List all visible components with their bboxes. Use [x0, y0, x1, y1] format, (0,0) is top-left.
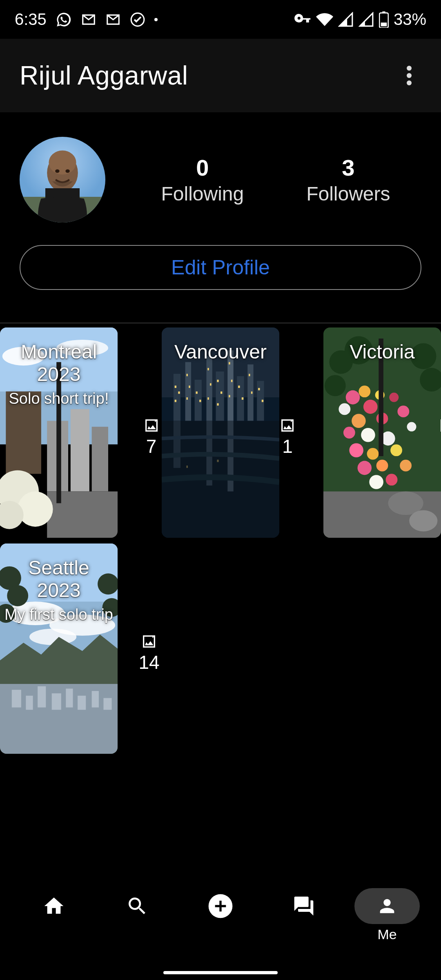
- svg-rect-110: [66, 688, 73, 707]
- photo-count: 1: [279, 435, 296, 457]
- svg-point-97: [397, 405, 409, 417]
- albums-grid: Montreal 2023 Solo short trip! 7: [0, 323, 441, 754]
- album-title: Vancouver: [166, 341, 275, 363]
- svg-point-90: [358, 461, 372, 475]
- svg-rect-57: [242, 397, 243, 400]
- signal-icon: [338, 12, 354, 27]
- avatar[interactable]: [20, 137, 105, 223]
- battery-icon: [379, 11, 389, 28]
- svg-rect-63: [174, 421, 180, 468]
- nav-add[interactable]: [188, 888, 253, 941]
- nav-messages[interactable]: [271, 888, 336, 941]
- svg-point-6: [407, 80, 412, 85]
- svg-point-80: [339, 403, 350, 415]
- svg-rect-54: [231, 380, 232, 382]
- svg-rect-44: [186, 397, 187, 400]
- svg-rect-22: [92, 427, 108, 491]
- svg-rect-106: [12, 690, 21, 707]
- checkmark-circle-icon: [130, 12, 145, 27]
- svg-rect-45: [196, 392, 198, 394]
- status-left: 6:35: [15, 10, 158, 29]
- image-icon: [141, 633, 157, 650]
- profile-section: 0 Following 3 Followers Edit Profile: [0, 112, 441, 302]
- edit-profile-button[interactable]: Edit Profile: [20, 245, 421, 290]
- album-card[interactable]: Montreal 2023 Solo short trip! 7: [0, 327, 143, 538]
- svg-point-11: [55, 169, 60, 173]
- svg-point-10: [49, 151, 76, 175]
- following-count: 0: [161, 154, 244, 181]
- gmail-icon: [105, 12, 121, 27]
- followers-count: 3: [306, 154, 390, 181]
- svg-rect-113: [103, 698, 111, 710]
- photo-count-badge: 14: [138, 633, 159, 673]
- svg-rect-49: [207, 397, 209, 400]
- status-bar: 6:35 33%: [0, 0, 441, 39]
- svg-point-85: [361, 428, 375, 442]
- app-bar: Rijul Aggarwal: [0, 39, 441, 112]
- svg-rect-55: [229, 395, 230, 397]
- svg-rect-112: [92, 691, 99, 707]
- nav-me-label: Me: [377, 927, 396, 941]
- followers-label: Followers: [306, 183, 390, 205]
- svg-point-25: [18, 492, 53, 527]
- svg-rect-56: [238, 385, 240, 388]
- status-right: 33%: [294, 10, 426, 29]
- image-icon: [439, 417, 441, 434]
- chat-icon: [292, 895, 315, 918]
- image-icon: [143, 417, 160, 434]
- svg-point-5: [407, 73, 412, 78]
- album-card[interactable]: Victoria 1: [323, 327, 441, 538]
- svg-point-87: [349, 443, 363, 457]
- photo-count: 14: [138, 651, 159, 673]
- page-title: Rijul Aggarwal: [20, 60, 188, 91]
- svg-point-12: [65, 169, 70, 173]
- svg-rect-46: [199, 400, 201, 402]
- svg-rect-41: [175, 400, 176, 402]
- svg-point-82: [352, 414, 366, 428]
- photo-count: 7: [143, 435, 160, 457]
- nav-home[interactable]: [21, 888, 87, 941]
- svg-point-79: [359, 385, 370, 397]
- followers-stat[interactable]: 3 Followers: [306, 154, 390, 205]
- svg-rect-34: [216, 372, 224, 421]
- svg-point-104: [29, 629, 76, 645]
- svg-rect-107: [26, 696, 33, 710]
- svg-point-91: [376, 460, 388, 472]
- svg-rect-43: [189, 385, 190, 388]
- svg-point-96: [389, 393, 399, 402]
- more-options-button[interactable]: [397, 63, 421, 88]
- svg-rect-58: [249, 374, 250, 376]
- svg-rect-40: [178, 392, 180, 394]
- svg-rect-3: [381, 22, 387, 26]
- image-icon: [279, 417, 296, 434]
- svg-point-95: [400, 460, 412, 472]
- following-stat[interactable]: 0 Following: [161, 154, 244, 205]
- album-subtitle: Solo short trip!: [4, 390, 114, 408]
- svg-rect-39: [175, 385, 176, 388]
- svg-rect-37: [247, 364, 253, 421]
- album-card[interactable]: Seattle 2023 My first solo trip 14: [0, 543, 143, 754]
- svg-rect-108: [38, 686, 46, 708]
- album-card[interactable]: Vancouver 1: [162, 327, 279, 538]
- svg-point-75: [325, 375, 346, 396]
- photo-count-badge: 1: [439, 417, 441, 457]
- status-time: 6:35: [15, 10, 47, 29]
- signal-icon: [359, 12, 374, 27]
- svg-point-81: [363, 400, 378, 414]
- svg-rect-48: [210, 383, 211, 386]
- svg-rect-33: [206, 356, 212, 421]
- dot-icon: [154, 18, 158, 21]
- nav-search[interactable]: [105, 888, 170, 941]
- svg-rect-21: [71, 409, 89, 492]
- album-subtitle: My first solo trip: [4, 606, 114, 624]
- wifi-icon: [316, 11, 333, 28]
- photo-count: 1: [439, 435, 441, 457]
- gesture-bar[interactable]: [163, 971, 278, 974]
- battery-percent: 33%: [394, 10, 426, 29]
- svg-point-93: [369, 475, 383, 489]
- svg-rect-61: [262, 400, 263, 402]
- nav-me[interactable]: Me: [354, 888, 420, 941]
- search-icon: [126, 895, 149, 918]
- more-vertical-icon: [407, 66, 412, 85]
- edit-profile-label: Edit Profile: [171, 256, 270, 279]
